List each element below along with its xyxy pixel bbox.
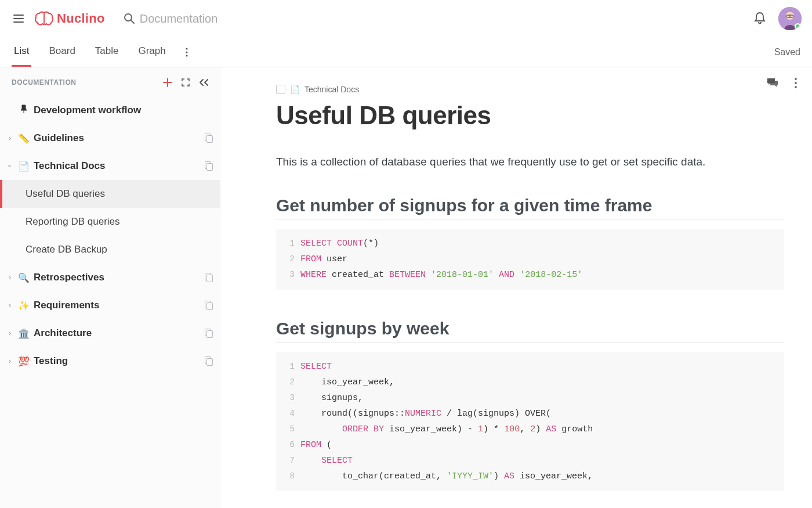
- tab-more-icon[interactable]: [183, 37, 190, 67]
- page-title: Useful DB queries: [276, 101, 784, 130]
- breadcrumb[interactable]: 📄 Technical Docs: [276, 85, 784, 94]
- menu-icon[interactable]: [10, 10, 27, 27]
- sidebar-item-requirements[interactable]: › ✨ Requirements: [0, 291, 220, 319]
- tab-table[interactable]: Table: [93, 37, 121, 67]
- page-icon: 📄: [290, 85, 300, 94]
- save-status: Saved: [774, 37, 800, 67]
- sidebar: DOCUMENTATION Development workflow: [0, 67, 220, 508]
- sidebar-item-useful-db-queries[interactable]: Useful DB queries: [0, 180, 220, 208]
- svg-point-11: [795, 86, 797, 88]
- intro-paragraph: This is a collection of database queries…: [276, 154, 784, 170]
- svg-line-1: [131, 20, 134, 23]
- avatar[interactable]: [778, 7, 802, 30]
- sidebar-item-retrospectives[interactable]: › 🔍 Retrospectives: [0, 264, 220, 291]
- chevron-right-icon: ›: [6, 134, 14, 142]
- add-item-icon[interactable]: [163, 78, 172, 87]
- section-heading: Get number of signups for a given time f…: [276, 196, 784, 219]
- svg-point-10: [795, 82, 797, 84]
- chevron-right-icon: ›: [6, 329, 14, 337]
- sidebar-item-reporting-db-queries[interactable]: Reporting DB queries: [0, 208, 220, 236]
- brain-icon: [35, 11, 53, 26]
- presence-indicator: [795, 23, 801, 30]
- breadcrumb-label: Technical Docs: [304, 85, 359, 94]
- copy-icon[interactable]: [205, 301, 213, 311]
- sidebar-item-guidelines[interactable]: › 📏 Guidelines: [0, 124, 220, 152]
- chevron-right-icon: ›: [6, 301, 14, 309]
- tab-board[interactable]: Board: [46, 37, 77, 67]
- comments-icon[interactable]: [767, 78, 778, 88]
- copy-icon[interactable]: [205, 329, 213, 338]
- chevron-right-icon: ›: [6, 357, 14, 365]
- search-placeholder: Documentation: [140, 12, 218, 26]
- svg-point-8: [186, 55, 187, 56]
- pin-icon: [17, 105, 30, 116]
- svg-point-0: [125, 14, 132, 21]
- code-block[interactable]: 1SELECT 2 iso_year_week, 3 signups, 4 ro…: [276, 352, 784, 491]
- view-tabs-row: List Board Table Graph Saved: [0, 37, 812, 67]
- sidebar-item-architecture[interactable]: › 🏛️ Architecture: [0, 319, 220, 347]
- copy-icon[interactable]: [205, 134, 213, 143]
- svg-point-6: [186, 48, 187, 49]
- sidebar-item-testing[interactable]: › 💯 Testing: [0, 347, 220, 375]
- notifications-icon[interactable]: [754, 12, 766, 26]
- sidebar-item-create-db-backup[interactable]: Create DB Backup: [0, 236, 220, 264]
- copy-icon[interactable]: [205, 161, 213, 171]
- search-icon: [124, 13, 135, 24]
- brand-name: Nuclino: [57, 11, 105, 26]
- tab-graph[interactable]: Graph: [136, 37, 168, 67]
- brand-logo[interactable]: Nuclino: [35, 11, 105, 26]
- search-input[interactable]: Documentation: [124, 12, 746, 26]
- tab-list[interactable]: List: [12, 37, 31, 67]
- document-content: 📄 Technical Docs Useful DB queries This …: [220, 67, 812, 508]
- sidebar-tree: Development workflow › 📏 Guidelines › 📄 …: [0, 93, 220, 387]
- sidebar-title: DOCUMENTATION: [12, 78, 76, 87]
- chevron-down-icon: ›: [6, 162, 14, 170]
- copy-icon[interactable]: [205, 273, 213, 283]
- code-block[interactable]: 1SELECT COUNT(*) 2FROM user 3WHERE creat…: [276, 229, 784, 290]
- collapse-sidebar-icon[interactable]: [199, 78, 209, 87]
- copy-icon[interactable]: [205, 356, 213, 366]
- sidebar-item-pinned[interactable]: Development workflow: [0, 96, 220, 124]
- chevron-right-icon: ›: [6, 273, 14, 282]
- section-heading: Get signups by week: [276, 319, 784, 343]
- expand-icon[interactable]: [182, 78, 190, 87]
- svg-point-7: [186, 51, 187, 53]
- doc-more-icon[interactable]: [795, 78, 797, 88]
- sidebar-item-technical-docs[interactable]: › 📄 Technical Docs: [0, 152, 220, 180]
- svg-point-9: [795, 78, 797, 80]
- app-header: Nuclino Documentation: [0, 0, 812, 37]
- checkbox-icon[interactable]: [276, 85, 285, 94]
